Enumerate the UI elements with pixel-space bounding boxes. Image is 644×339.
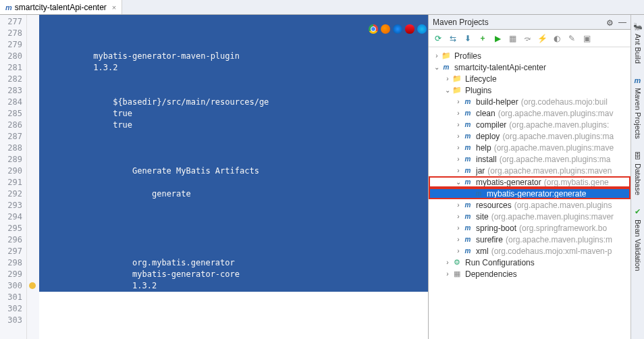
expand-arrow-icon[interactable] — [454, 155, 462, 163]
tree-node[interactable]: mybatis-generator:generate — [429, 188, 630, 199]
tree-node[interactable]: xml(org.codehaus.mojo:xml-maven-p — [429, 245, 630, 257]
tree-node[interactable]: site(org.apache.maven.plugins:maver — [429, 211, 630, 222]
warning-marker-icon[interactable] — [29, 282, 36, 289]
folder-icon — [452, 86, 462, 95]
expand-arrow-icon[interactable] — [454, 236, 462, 243]
tree-label: surefire — [476, 235, 503, 244]
tree-node[interactable]: help(org.apache.maven.plugins:mave — [429, 142, 630, 153]
expand-arrow-icon[interactable] — [433, 52, 441, 59]
database-icon: 🗄 — [633, 151, 643, 161]
tree-hint: (org.apache.maven.plugins: — [509, 120, 609, 130]
expand-arrow-icon[interactable] — [454, 98, 462, 105]
tree-label: smartcity-talentApi-center — [454, 63, 546, 72]
run-icon[interactable]: ▶ — [492, 33, 503, 44]
tree-node[interactable]: build-helper(org.codehaus.mojo:buil — [429, 96, 630, 107]
tree-hint: (org.springframework.bo — [519, 224, 607, 233]
ant-build-tab[interactable]: 🐜Ant Build — [632, 18, 644, 68]
editor-tab-bar: m smartcity-talentApi-center × — [0, 0, 644, 15]
expand-arrow-icon[interactable] — [454, 213, 462, 220]
database-tab[interactable]: 🗄Database — [632, 147, 644, 199]
tree-node[interactable]: Dependencies — [429, 268, 630, 280]
skip-tests-icon[interactable]: ⤼ — [522, 33, 533, 44]
editor-tab-label: smartcity-talentApi-center — [15, 3, 107, 12]
tree-label: deploy — [476, 132, 500, 141]
expand-arrow-icon[interactable] — [454, 178, 462, 186]
expand-arrow-icon[interactable] — [444, 75, 452, 82]
maven-panel: Maven Projects — ⟳ ⇆ ⬇ + ▶ ▦ ⤼ ⚡ ◐ ✎ ▣ P… — [429, 15, 630, 339]
ant-icon: 🐜 — [633, 22, 643, 31]
expand-arrow-icon[interactable] — [454, 121, 462, 128]
tree-label: compiler — [476, 120, 506, 130]
tree-node[interactable]: clean(org.apache.maven.plugins:mav — [429, 107, 630, 119]
opera-icon[interactable] — [405, 24, 414, 34]
tree-node[interactable]: compiler(org.apache.maven.plugins: — [429, 119, 630, 130]
collapse-icon[interactable]: ▣ — [581, 33, 592, 44]
tree-node[interactable]: Plugins — [429, 84, 630, 96]
m-icon — [441, 63, 452, 72]
expand-arrow-icon[interactable] — [454, 144, 462, 151]
tree-node[interactable]: deploy(org.apache.maven.plugins:ma — [429, 130, 630, 142]
m-icon — [473, 189, 484, 199]
generate-sources-icon[interactable]: ⇆ — [448, 33, 458, 44]
run-config-icon[interactable]: ▦ — [507, 33, 518, 44]
code-editor[interactable]: 2772782792802812822832842852862872882892… — [0, 15, 429, 339]
maven-projects-tab[interactable]: mMaven Projects — [632, 72, 644, 143]
check-icon: ✔ — [633, 207, 643, 217]
safari-icon[interactable] — [393, 24, 402, 34]
tree-node[interactable]: resources(org.apache.maven.plugins — [429, 199, 630, 211]
chrome-icon[interactable] — [369, 24, 378, 34]
add-icon[interactable]: + — [477, 33, 488, 44]
m-icon — [462, 132, 473, 141]
m-icon — [462, 143, 473, 153]
expand-arrow-icon[interactable] — [454, 247, 462, 255]
m-icon — [462, 235, 473, 244]
expand-arrow-icon[interactable] — [454, 109, 462, 117]
m-icon — [462, 212, 473, 221]
tree-node[interactable]: surefire(org.apache.maven.plugins:m — [429, 234, 630, 245]
m-icon — [462, 246, 473, 256]
expand-arrow-icon[interactable] — [454, 201, 462, 209]
offline-icon[interactable]: ◐ — [552, 33, 562, 44]
tree-label: resources — [476, 201, 512, 210]
minimize-icon[interactable]: — — [618, 18, 626, 27]
bean-validation-tab[interactable]: ✔Bean Validation — [632, 203, 644, 275]
tree-node[interactable]: mybatis-generator(org.mybatis.gene — [429, 176, 630, 188]
m-icon — [462, 155, 473, 164]
expand-arrow-icon[interactable] — [454, 167, 462, 174]
expand-arrow-icon[interactable] — [454, 132, 462, 140]
m-icon — [462, 166, 473, 176]
code-area[interactable]: mybatis-generator-maven-plugin 1.3.2 ${b… — [39, 15, 428, 292]
tree-node[interactable]: jar(org.apache.maven.plugins:maven — [429, 165, 630, 176]
tree-label: Plugins — [465, 86, 491, 95]
tree-label: Lifecycle — [465, 74, 497, 84]
tree-hint: (org.apache.maven.plugins:mave — [494, 143, 614, 153]
reload-icon[interactable]: ⟳ — [433, 33, 444, 44]
download-icon[interactable]: ⬇ — [462, 33, 473, 44]
tree-node[interactable]: Lifecycle — [429, 73, 630, 84]
close-icon[interactable]: × — [112, 3, 116, 11]
settings-icon[interactable]: ✎ — [566, 33, 577, 44]
tree-label: jar — [476, 166, 485, 176]
ie-icon[interactable] — [417, 24, 427, 34]
expand-arrow-icon[interactable] — [444, 259, 452, 266]
tree-label: clean — [476, 109, 495, 118]
tool-window-bar: 🐜Ant Build mMaven Projects 🗄Database ✔Be… — [630, 15, 644, 339]
expand-arrow-icon[interactable] — [454, 224, 462, 232]
firefox-icon[interactable] — [381, 24, 390, 34]
expand-arrow-icon[interactable] — [444, 86, 452, 94]
tree-node[interactable]: Profiles — [429, 50, 630, 61]
tree-node[interactable]: spring-boot(org.springframework.bo — [429, 222, 630, 234]
maven-tree[interactable]: Profilessmartcity-talentApi-centerLifecy… — [429, 47, 630, 339]
thunder-icon[interactable]: ⚡ — [537, 33, 547, 44]
tree-node[interactable]: smartcity-talentApi-center — [429, 61, 630, 73]
tree-hint: (org.apache.maven.plugins:maver — [491, 212, 614, 221]
tree-node[interactable]: Run Configurations — [429, 257, 630, 268]
tree-node[interactable]: install(org.apache.maven.plugins:ma — [429, 153, 630, 165]
maven-icon: m — [5, 3, 12, 11]
gear-icon[interactable] — [606, 18, 614, 26]
editor-tab[interactable]: m smartcity-talentApi-center × — [0, 0, 122, 14]
expand-arrow-icon[interactable] — [433, 63, 441, 71]
expand-arrow-icon[interactable] — [444, 270, 452, 278]
tree-hint: (org.apache.maven.plugins — [514, 201, 612, 210]
m-icon — [462, 97, 473, 107]
